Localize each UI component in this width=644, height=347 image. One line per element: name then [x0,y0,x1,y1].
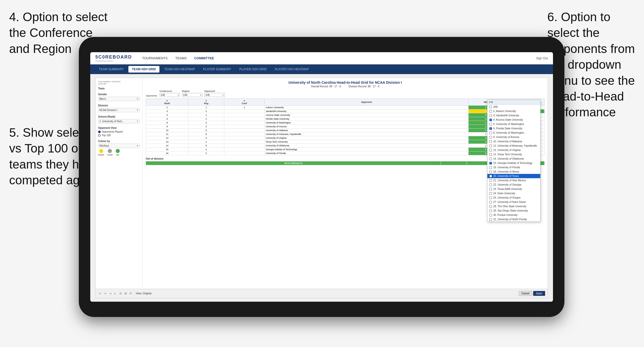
toolbar-undo[interactable]: ↩ [98,292,102,295]
conference-select[interactable]: (All) [160,93,180,97]
table-row: 13 1 Texas Tech University 3 0 [146,140,545,144]
checkbox[interactable]: ✓ [489,119,492,121]
checkbox[interactable] [489,149,492,151]
checkbox[interactable] [489,166,492,169]
cell-conf [224,129,264,132]
checkbox[interactable] [489,158,492,160]
dropdown-item[interactable]: 12. University of Virginia [487,148,540,152]
checkbox[interactable] [489,201,492,203]
legend-down-circle [99,149,103,153]
school-dropdown[interactable]: 1. University of Nort... [98,119,140,123]
subnav-team-h2h-grid[interactable]: TEAM H2H GRID [128,66,160,73]
checkbox[interactable]: ✓ [489,162,492,164]
dropdown-item-label: 21. University of New Mexico [493,179,526,182]
col-conf: #Conf [224,99,264,106]
dropdown-item[interactable]: 30. Purdue University [487,213,540,217]
table-row: 2 1 1 Auburn University 2 1 [146,106,545,109]
dropdown-item[interactable]: ✓4. Arizona State University [487,118,540,122]
checkbox[interactable]: ✓ [489,127,492,130]
dropdown-item[interactable]: 28. The Ohio State University [487,204,540,209]
gender-dropdown[interactable]: Men's [98,97,140,101]
toolbar-refresh[interactable]: ⟳ [129,292,133,295]
dropdown-item[interactable]: 21. University of New Mexico [487,178,540,183]
subnav-team-summary[interactable]: TEAM SUMMARY [95,66,127,73]
table-row: 6 2 Florida State University 4 2 [146,117,545,121]
dropdown-item[interactable]: ✓6. Florida State University [487,126,540,131]
checkbox[interactable] [489,218,492,221]
checkbox[interactable] [489,205,492,208]
toolbar-redo[interactable]: ↪ [103,292,107,295]
opponent-view-section: Opponent View Opponents Played Top 100 [98,127,140,137]
dropdown-item[interactable]: 24. Duke University [487,191,540,196]
dropdown-item[interactable]: 8. University of Washington [487,131,540,135]
dropdown-item[interactable]: 9. University of Arizona [487,135,540,139]
dropdown-item-label: 9. University of Arizona [493,136,519,138]
checkbox[interactable] [489,192,492,195]
dropdown-item[interactable]: 16. University of Florida [487,165,540,170]
table-row: 9 3 University of Arizona 1 0 [146,125,545,129]
checkbox[interactable] [489,153,492,156]
sign-out-link[interactable]: Sign Out [536,57,548,60]
dropdown-item[interactable]: 11. University of Arkansas, Fayetteville [487,144,540,148]
dropdown-item[interactable]: 13. Texas Tech University [487,152,540,157]
subnav-player-h2h-heatmap[interactable]: PLAYER H2H HEATMAP [271,66,312,73]
dropdown-item[interactable]: 10. University of Alabama [487,139,540,144]
subnav-team-h2h-heatmap[interactable]: TEAM H2H HEATMAP [160,66,198,73]
dropdown-item[interactable]: 31. University of North Florida [487,217,540,221]
dropdown-item[interactable]: 5. University of Washington [487,122,540,126]
toolbar-back[interactable]: ◁ [108,292,112,295]
checkbox[interactable] [489,188,492,190]
checkbox[interactable] [489,136,492,138]
table-row: 8 2 University of Washington 1 0 [146,121,545,125]
dropdown-item[interactable]: 3. Vanderbilt University [487,113,540,118]
division-dropdown[interactable]: NCAA Division I [98,108,140,112]
subnav-player-summary[interactable]: PLAYER SUMMARY [200,66,235,73]
opponent-dropdown-overlay[interactable]: (All)(All)2. Auburn University3. Vanderb… [487,100,541,222]
legend-up-label: Up [116,154,119,156]
school-label: School (Rank) [98,115,140,118]
checkbox[interactable] [489,171,492,173]
nav-teams[interactable]: TEAMS [175,56,187,61]
cancel-button[interactable]: Cancel [519,291,532,296]
region-select[interactable]: (All) [182,93,202,97]
checkbox[interactable] [489,184,492,186]
dropdown-item[interactable]: 27. University of Notre Dame [487,200,540,204]
checkbox[interactable] [489,132,492,134]
checkbox[interactable] [489,197,492,199]
checkbox[interactable] [489,145,492,147]
toolbar-paste[interactable]: ⊞ [124,292,128,295]
nav-committee[interactable]: COMMITTEE [194,56,214,61]
checkbox[interactable] [489,114,492,117]
opponent-select[interactable]: (All) [204,93,225,97]
dropdown-item[interactable]: 29. San Diego State University [487,209,540,213]
colour-dropdown[interactable]: Win/loss [98,144,140,148]
checkbox[interactable] [489,140,492,143]
radio-top100[interactable]: Top 100 [98,134,140,137]
checkbox[interactable] [489,179,492,182]
dropdown-item[interactable]: 22. University of Georgia [487,183,540,187]
dropdown-item-label: 29. San Diego State University [493,209,528,212]
dropdown-item[interactable]: 18. University of Illinois [487,170,540,174]
dropdown-item[interactable]: 23. Texas A&M University [487,187,540,191]
checkbox[interactable] [489,106,492,108]
checkbox[interactable] [489,210,492,212]
dropdown-item[interactable]: 2. Auburn University [487,109,540,113]
radio-opponents-played[interactable]: Opponents Played [98,130,140,133]
region-select-wrap: (All) [182,93,202,97]
dropdown-item[interactable]: 25. University of Oregon [487,196,540,200]
dropdown-item[interactable]: 20. University of Texas [487,174,540,178]
subnav-player-h2h-grid[interactable]: PLAYER H2H GRID [236,66,270,73]
dropdown-item-label: 16. University of Florida [493,166,520,169]
checkbox[interactable] [489,110,492,113]
dropdown-item[interactable]: ✓15. Georgia Institute of Technology [487,161,540,165]
toolbar-forward[interactable]: ▷ [113,292,117,295]
cell-opponent: Arizona State University [265,113,469,117]
dropdown-item[interactable]: 14. University of Oklahoma [487,157,540,161]
nav-tournaments[interactable]: TOURNAMENTS [142,56,168,61]
checkbox[interactable] [489,123,492,126]
apply-button[interactable]: Apply [533,291,545,296]
checkbox[interactable] [489,175,492,177]
dropdown-item[interactable]: (All) [487,105,540,109]
toolbar-copy[interactable]: ⊡ [118,292,123,295]
checkbox[interactable] [489,214,492,216]
